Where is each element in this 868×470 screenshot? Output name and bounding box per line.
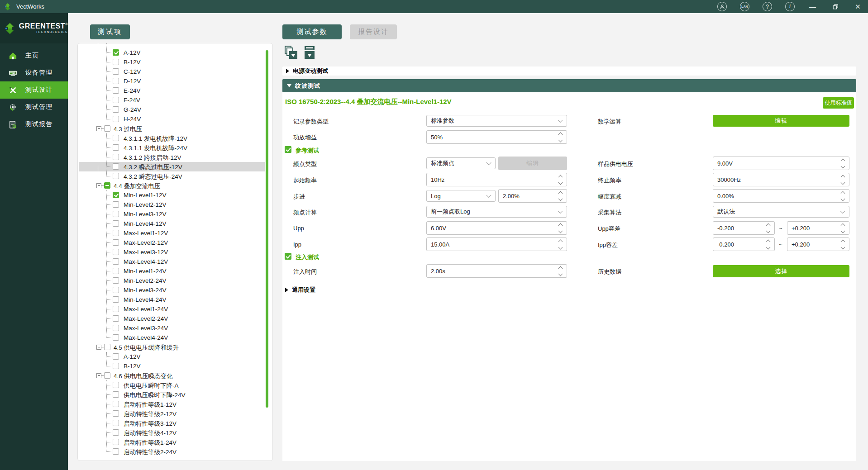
- tree-item-checkbox[interactable]: [113, 353, 119, 360]
- inject-time-spinner[interactable]: 2.00s: [426, 264, 567, 278]
- tree-item-checkbox[interactable]: [113, 78, 119, 84]
- section-general-settings[interactable]: 通用设置: [285, 286, 315, 294]
- tree-item-checkbox[interactable]: [113, 448, 119, 455]
- tree-row[interactable]: 4.5 供电电压缓降和缓升: [79, 342, 265, 352]
- minimize-icon[interactable]: —: [808, 2, 817, 11]
- pages-download-icon[interactable]: [284, 45, 299, 60]
- tree-item-checkbox[interactable]: [113, 192, 119, 198]
- tree-item-checkbox[interactable]: [113, 116, 119, 122]
- tree-item-checkbox[interactable]: [113, 201, 119, 208]
- tree-collapse-icon[interactable]: [96, 126, 101, 131]
- tree-item-checkbox[interactable]: [113, 87, 119, 94]
- section-ripple-test[interactable]: 纹波测试: [282, 79, 856, 92]
- close-icon[interactable]: ✕: [853, 2, 863, 11]
- history-select-button[interactable]: 选择: [713, 265, 849, 277]
- lan-globe-icon[interactable]: LAN: [740, 2, 749, 11]
- spinner-arrows-icon[interactable]: [765, 222, 771, 234]
- algorithm-dropdown[interactable]: 默认法: [713, 206, 849, 218]
- tree-item-checkbox[interactable]: [113, 144, 119, 151]
- tree-scrollbar[interactable]: [266, 50, 268, 408]
- gain-spinner[interactable]: 50%: [426, 130, 567, 144]
- upp-tol-max-spinner[interactable]: +0.200: [787, 221, 849, 235]
- tree-item-checkbox[interactable]: [113, 334, 119, 341]
- spinner-arrows-icon[interactable]: [839, 173, 846, 186]
- spinner-arrows-icon[interactable]: [839, 157, 846, 170]
- tree-item-checkbox[interactable]: [104, 344, 110, 350]
- use-standard-button[interactable]: 使用标准值: [823, 97, 854, 109]
- tree-item-checkbox[interactable]: [113, 49, 119, 56]
- tree-item-checkbox[interactable]: [113, 439, 119, 445]
- ipp-tol-min-spinner[interactable]: -0.200: [713, 237, 775, 251]
- spinner-arrows-icon[interactable]: [557, 238, 563, 251]
- freq-type-dropdown[interactable]: 标准频点: [426, 157, 496, 169]
- step-mode-dropdown[interactable]: Log: [426, 190, 496, 202]
- sample-voltage-spinner[interactable]: 9.00V: [713, 157, 849, 170]
- step-value-spinner[interactable]: 2.00%: [498, 189, 567, 203]
- sidebar-item-test-report[interactable]: 测试报告: [0, 116, 68, 133]
- upp-spinner[interactable]: 6.00V: [426, 221, 567, 235]
- restore-icon[interactable]: [830, 2, 840, 11]
- inject-test-checkbox[interactable]: [285, 253, 291, 260]
- tree-item-checkbox[interactable]: [113, 296, 119, 303]
- section-power-variation[interactable]: 电源变动测试: [282, 66, 856, 76]
- record-type-dropdown[interactable]: 标准参数: [426, 115, 567, 127]
- tree-item-checkbox[interactable]: [113, 268, 119, 274]
- tree-item-checkbox[interactable]: [113, 230, 119, 236]
- tree-item-checkbox[interactable]: [113, 420, 119, 426]
- tree-item-checkbox[interactable]: [113, 315, 119, 322]
- spinner-arrows-icon[interactable]: [839, 222, 846, 234]
- help-icon[interactable]: ?: [763, 2, 772, 11]
- tree-item-checkbox[interactable]: [113, 277, 119, 284]
- tree-item-checkbox[interactable]: [104, 372, 110, 379]
- end-freq-spinner[interactable]: 30000Hz: [713, 173, 849, 186]
- tree-item-checkbox[interactable]: [113, 106, 119, 113]
- freq-calc-dropdown[interactable]: 前一频点取Log: [426, 206, 567, 218]
- tree-item-checkbox[interactable]: [113, 391, 119, 398]
- sidebar-item-devices[interactable]: 设备管理: [0, 64, 68, 81]
- spinner-arrows-icon[interactable]: [557, 222, 563, 234]
- spinner-arrows-icon[interactable]: [765, 238, 771, 251]
- tree-header-button[interactable]: 测试项: [90, 24, 130, 39]
- account-icon[interactable]: [717, 2, 727, 11]
- tree-item-checkbox[interactable]: [113, 163, 119, 170]
- tree-collapse-icon[interactable]: [96, 183, 101, 188]
- tree-row[interactable]: 4.6 供电电压瞬态变化: [79, 371, 265, 380]
- ref-test-checkbox[interactable]: [285, 146, 291, 153]
- tree-item-checkbox[interactable]: [113, 211, 119, 217]
- tree-item-checkbox[interactable]: [113, 306, 119, 312]
- upp-tol-min-spinner[interactable]: -0.200: [713, 221, 775, 235]
- document-download-icon[interactable]: [302, 45, 317, 60]
- ipp-spinner[interactable]: 15.00A: [426, 237, 567, 251]
- tree-item-checkbox[interactable]: [113, 382, 119, 388]
- tree-item-checkbox[interactable]: [113, 220, 119, 227]
- spinner-arrows-icon[interactable]: [557, 265, 563, 277]
- spinner-arrows-icon[interactable]: [839, 238, 846, 251]
- tree-item-checkbox[interactable]: [113, 410, 119, 417]
- spinner-arrows-icon[interactable]: [557, 190, 563, 202]
- sidebar-item-home[interactable]: 主页: [0, 47, 68, 64]
- tree-collapse-icon[interactable]: [96, 345, 101, 350]
- tree-item-checkbox[interactable]: [113, 135, 119, 141]
- ipp-tol-max-spinner[interactable]: +0.200: [787, 237, 849, 251]
- tree-item-checkbox[interactable]: [104, 125, 110, 132]
- tree-row[interactable]: 4.4 叠加交流电压: [79, 181, 265, 190]
- sidebar-item-test-design[interactable]: 测试设计: [0, 81, 68, 99]
- tree-item-checkbox[interactable]: [113, 59, 119, 65]
- tree-collapse-icon[interactable]: [96, 373, 101, 378]
- tree-item-checkbox[interactable]: [113, 68, 119, 75]
- tree-item-checkbox[interactable]: [113, 239, 119, 246]
- tree-item-checkbox[interactable]: [113, 429, 119, 436]
- tree-item-checkbox[interactable]: [113, 401, 119, 407]
- tree-item-checkbox[interactable]: [113, 363, 119, 369]
- tree-row[interactable]: 4.3 过电压: [79, 124, 265, 133]
- tree-item-checkbox[interactable]: [113, 154, 119, 160]
- spinner-arrows-icon[interactable]: [557, 173, 563, 186]
- tree-item-checkbox[interactable]: [113, 258, 119, 265]
- tree-item-checkbox[interactable]: [113, 249, 119, 255]
- tab-test-params[interactable]: 测试参数: [282, 24, 342, 39]
- start-freq-spinner[interactable]: 10Hz: [426, 173, 567, 186]
- math-edit-button[interactable]: 编辑: [713, 115, 849, 127]
- tree-item-checkbox[interactable]: [113, 97, 119, 103]
- tree-item-checkbox[interactable]: [113, 325, 119, 331]
- attenuation-spinner[interactable]: 0.00%: [713, 189, 849, 203]
